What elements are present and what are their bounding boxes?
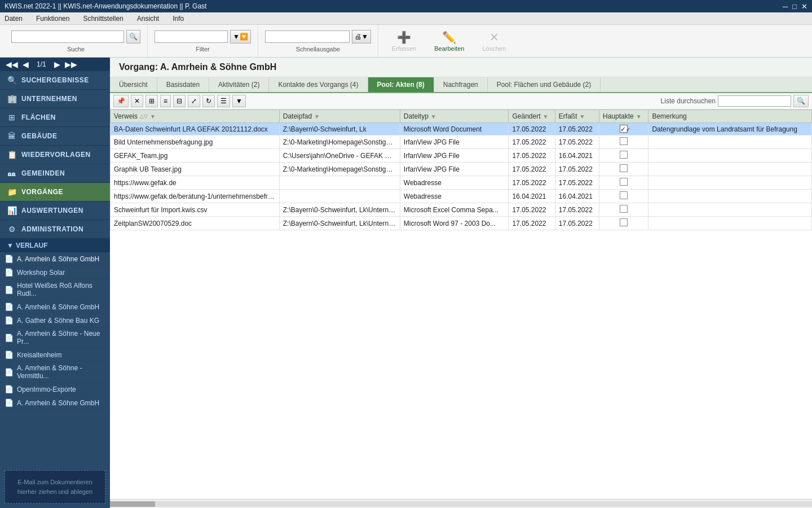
verlauf-item[interactable]: 📄 Hotel Weißes Roß Alfons Rudl... — [0, 279, 110, 300]
cell-dateityp: IrfanView JPG File — [400, 149, 509, 163]
table-row[interactable]: Bild Unternehmensbefragung.jpg Z:\0-Mark… — [111, 135, 812, 149]
sidebar-item-flaechen[interactable]: ⊞ FLÄCHEN — [0, 108, 110, 127]
col-dateipfad[interactable]: Dateipfad ▼ — [279, 110, 400, 123]
refresh-button[interactable]: ↻ — [202, 95, 215, 107]
cell-hauptakte[interactable]: ✓ — [599, 123, 648, 135]
schnellausgabe-input[interactable] — [265, 30, 350, 43]
list-search-input[interactable] — [718, 95, 791, 107]
sidebar-icon-administration: ⚙ — [7, 224, 17, 234]
sidebar-item-gebaeude[interactable]: 🏛 GEBÄUDE — [0, 127, 110, 146]
sidebar-item-gemeinden[interactable]: 🏘 GEMEINDEN — [0, 164, 110, 183]
search-button[interactable]: 🔍 — [126, 30, 140, 43]
hauptakte-checkbox[interactable] — [620, 218, 628, 226]
col-dateityp[interactable]: Dateityp ▼ — [400, 110, 509, 123]
nav-next-button[interactable]: ▶ — [53, 60, 61, 69]
tab-pool--fl-chen-und-geb-ude--2-[interactable]: Pool: Flächen und Gebäude (2) — [488, 77, 601, 92]
list-search-label: Liste durchsuchen — [661, 97, 716, 105]
sidebar-item-unternehmen[interactable]: 🏢 UNTERNEHMEN — [0, 90, 110, 108]
sidebar-item-wiedervorlagen[interactable]: 📋 WIEDERVORLAGEN — [0, 146, 110, 164]
col-verweis[interactable]: Verweis △▽▼ — [111, 110, 280, 123]
sidebar-item-administration[interactable]: ⚙ ADMINISTRATION — [0, 220, 110, 239]
email-drop-zone[interactable]: E-Mail zum Dokumentieren hierher ziehen … — [5, 470, 105, 503]
table-row[interactable]: Schweinfurt für Import.kwis.csv Z:\Bayer… — [111, 203, 812, 217]
nav-first-button[interactable]: ◀◀ — [5, 60, 19, 69]
table-row[interactable]: BA-Daten Schweinfurt LRA GEFAK 20121112.… — [111, 123, 812, 135]
horizontal-scrollbar[interactable] — [110, 499, 812, 508]
hauptakte-checkbox[interactable] — [620, 151, 628, 159]
cell-hauptakte[interactable] — [599, 190, 648, 203]
col-erfasst[interactable]: Erfaßt ▼ — [555, 110, 599, 123]
verlauf-item[interactable]: 📄 A. Amrhein & Söhne GmbH — [0, 300, 110, 314]
menu-button[interactable]: ☰ — [217, 95, 230, 107]
hauptakte-checkbox[interactable] — [620, 137, 628, 145]
hauptakte-checkbox[interactable] — [620, 191, 628, 199]
table-row[interactable]: GEFAK_Team.jpg C:\Users\jahn\OneDrive - … — [111, 149, 812, 163]
filter-input[interactable] — [155, 30, 228, 43]
tree-view-button[interactable]: ⊟ — [173, 95, 186, 107]
hauptakte-checkbox[interactable] — [620, 164, 628, 172]
pin-button[interactable]: 📌 — [113, 95, 129, 107]
maximize-button[interactable]: □ — [792, 2, 797, 11]
sidebar-item-auswertungen[interactable]: 📊 AUSWERTUNGEN — [0, 202, 110, 220]
cell-hauptakte[interactable] — [599, 176, 648, 190]
minimize-button[interactable]: ─ — [783, 2, 788, 11]
tab-kontakte-des-vorgangs--4-[interactable]: Kontakte des Vorgangs (4) — [269, 77, 368, 92]
col-geaendert[interactable]: Geändert ▼ — [509, 110, 555, 123]
verlauf-item[interactable]: 📄 Workshop Solar — [0, 266, 110, 279]
loeschen-button[interactable]: ✕ Löschen — [478, 28, 510, 54]
verlauf-item[interactable]: 📄 A. Amrhein & Söhne GmbH — [0, 252, 110, 266]
grid-view-button[interactable]: ⊞ — [145, 95, 158, 107]
sidebar-item-suchergebnisse[interactable]: 🔍 SUCHERGEBNISSE — [0, 71, 110, 90]
filter-button[interactable]: ▼🔽 — [230, 30, 251, 43]
tab-pool--akten--8-[interactable]: Pool: Akten (8) — [368, 77, 434, 92]
close-sub-button[interactable]: ✕ — [131, 95, 143, 107]
table-row[interactable]: https://www.gefak.de Webadresse 17.05.20… — [111, 176, 812, 190]
verlauf-item[interactable]: 📄 OpenImmo-Exporte — [0, 383, 110, 396]
sidebar-item-vorgaenge[interactable]: 📁 VORGÄNGE — [0, 183, 110, 202]
expand-button[interactable]: ⤢ — [188, 95, 200, 107]
verlauf-item[interactable]: 📄 A. Amrhein & Söhne - Vermittlu... — [0, 362, 110, 383]
nav-prev-button[interactable]: ◀ — [21, 60, 30, 69]
subtoolbar: 📌 ✕ ⊞ ≡ ⊟ ⤢ ↻ ☰ ▼ Liste durchsuchen 🔍 — [110, 93, 812, 110]
cell-hauptakte[interactable] — [599, 203, 648, 217]
window-controls: ─ □ ✕ — [783, 2, 807, 11]
verlauf-item[interactable]: 📄 A. Amrhein & Söhne - Neue Pr... — [0, 327, 110, 348]
tab-nachfragen[interactable]: Nachfragen — [434, 77, 488, 92]
verlauf-item[interactable]: 📄 A. Amrhein & Söhne GmbH — [0, 396, 110, 410]
list-search-button[interactable]: 🔍 — [793, 95, 809, 107]
cell-hauptakte[interactable] — [599, 217, 648, 230]
cell-hauptakte[interactable] — [599, 149, 648, 163]
hauptakte-checkbox[interactable] — [620, 178, 628, 186]
hauptakte-checkbox[interactable]: ✓ — [620, 125, 628, 133]
table-row[interactable]: ZeitplanSW20070529.doc Z:\Bayern\0-Schwe… — [111, 217, 812, 230]
nav-last-button[interactable]: ▶▶ — [64, 60, 78, 69]
hauptakte-checkbox[interactable] — [620, 205, 628, 213]
tab--bersicht[interactable]: Übersicht — [110, 77, 157, 92]
menu-item-daten[interactable]: Daten — [2, 14, 25, 24]
menu-item-schnittstellen[interactable]: Schnittstellen — [81, 14, 125, 24]
detail-view-button[interactable]: ≡ — [160, 95, 171, 107]
bearbeiten-button[interactable]: ✏️ Bearbeiten — [430, 28, 469, 54]
sidebar-label-flaechen: FLÄCHEN — [21, 113, 56, 121]
cell-dateityp: IrfanView JPG File — [400, 163, 509, 176]
erfassen-button[interactable]: ➕ Erfassen — [387, 28, 421, 54]
dropdown-button[interactable]: ▼ — [232, 95, 246, 107]
menu-item-funktionen[interactable]: Funktionen — [34, 14, 72, 24]
close-button[interactable]: ✕ — [801, 2, 807, 11]
verlauf-item[interactable]: 📄 Kreisaltenheim — [0, 348, 110, 362]
tab-bar: ÜbersichtBasisdatenAktivitäten (2)Kontak… — [110, 77, 812, 93]
cell-geaendert: 17.05.2022 — [509, 135, 555, 149]
cell-hauptakte[interactable] — [599, 135, 648, 149]
table-row[interactable]: Graphik UB Teaser.jpg Z:\0-Marketing\Hom… — [111, 163, 812, 176]
cell-hauptakte[interactable] — [599, 163, 648, 176]
table-row[interactable]: https://www.gefak.de/beratung-1/unterneh… — [111, 190, 812, 203]
verlauf-item[interactable]: 📄 A. Gather & Söhne Bau KG — [0, 314, 110, 327]
schnellausgabe-button[interactable]: 🖨▼ — [352, 30, 371, 43]
tab-aktivit-ten--2-[interactable]: Aktivitäten (2) — [209, 77, 269, 92]
search-input[interactable] — [11, 30, 124, 43]
col-hauptakte[interactable]: Hauptakte ▼ — [599, 110, 648, 123]
tab-basisdaten[interactable]: Basisdaten — [157, 77, 209, 92]
menu-item-info[interactable]: Info — [170, 14, 186, 24]
menu-item-ansicht[interactable]: Ansicht — [135, 14, 161, 24]
verlauf-item-icon: 📄 — [5, 303, 14, 311]
